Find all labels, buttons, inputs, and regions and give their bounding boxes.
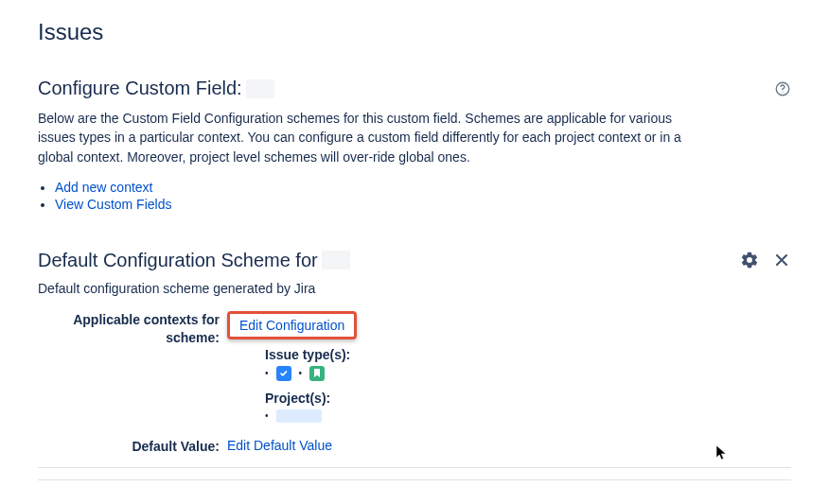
project-chip-redacted — [276, 409, 322, 423]
help-icon[interactable] — [774, 80, 791, 97]
svg-point-1 — [782, 92, 783, 93]
view-custom-fields-link[interactable]: View Custom Fields — [55, 197, 171, 212]
issue-type-story-icon — [309, 366, 325, 381]
default-value-label: Default Value: — [38, 438, 227, 456]
edit-configuration-callout: Edit Configuration — [227, 311, 357, 339]
issue-types-label: Issue type(s): — [265, 347, 791, 362]
scheme-title-text: Default Configuration Scheme for — [38, 250, 318, 271]
divider — [38, 479, 791, 480]
projects-row: • — [265, 409, 791, 423]
gear-icon[interactable] — [740, 251, 759, 269]
add-context-link[interactable]: Add new context — [55, 180, 153, 195]
edit-default-value-link[interactable]: Edit Default Value — [227, 438, 332, 453]
configure-description: Below are the Custom Field Configuration… — [38, 109, 700, 166]
configure-heading: Configure Custom Field: — [38, 78, 274, 99]
projects-label: Project(s): — [265, 391, 791, 406]
scheme-name-redacted — [322, 251, 350, 269]
edit-configuration-link[interactable]: Edit Configuration — [239, 318, 344, 333]
scheme-title: Default Configuration Scheme for — [38, 250, 350, 271]
scheme-description: Default configuration scheme generated b… — [38, 281, 791, 296]
bullet-dot: • — [265, 410, 269, 421]
configure-heading-text: Configure Custom Field: — [38, 78, 242, 99]
bullet-dot: • — [265, 368, 269, 378]
divider — [38, 467, 791, 468]
action-link-list: Add new context View Custom Fields — [38, 180, 791, 212]
issue-type-task-icon — [276, 366, 291, 381]
field-name-redacted — [246, 79, 274, 98]
close-icon[interactable] — [772, 251, 791, 269]
page-title: Issues — [38, 19, 791, 45]
bullet-dot: • — [299, 368, 303, 378]
applicable-contexts-label: Applicable contexts for scheme: — [38, 311, 227, 432]
issue-types-row: • • — [265, 366, 791, 381]
